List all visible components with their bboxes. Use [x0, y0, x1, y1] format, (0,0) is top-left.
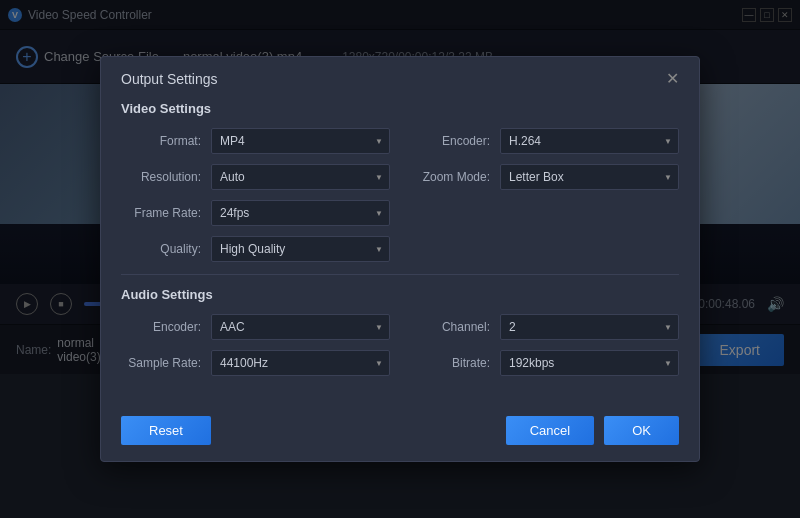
- format-row: Format: MP4MOVAVIMKV: [121, 128, 390, 154]
- modal-title: Output Settings: [121, 71, 218, 87]
- audio-section-title: Audio Settings: [121, 287, 679, 302]
- modal-overlay: Output Settings ✕ Video Settings Format:…: [0, 0, 800, 518]
- audio-encoder-row: Encoder: AACMP3AC3: [121, 314, 390, 340]
- encoder-row: Encoder: H.264H.265MPEG-4: [410, 128, 679, 154]
- zoom-mode-row: Zoom Mode: Letter BoxPan & ScanFull: [410, 164, 679, 190]
- resolution-select[interactable]: Auto1920x10801280x720: [211, 164, 390, 190]
- resolution-select-wrapper: Auto1920x10801280x720: [211, 164, 390, 190]
- quality-select[interactable]: High QualityStandardLow: [211, 236, 390, 262]
- bitrate-select-wrapper: 192kbps128kbps320kbps: [500, 350, 679, 376]
- quality-label: Quality:: [121, 242, 201, 256]
- reset-button[interactable]: Reset: [121, 416, 211, 445]
- encoder-select[interactable]: H.264H.265MPEG-4: [500, 128, 679, 154]
- frame-rate-row: Frame Rate: 24fps25fps30fps60fps: [121, 200, 390, 226]
- sample-rate-label: Sample Rate:: [121, 356, 201, 370]
- resolution-label: Resolution:: [121, 170, 201, 184]
- modal-header: Output Settings ✕: [101, 57, 699, 97]
- format-select-wrapper: MP4MOVAVIMKV: [211, 128, 390, 154]
- bitrate-select[interactable]: 192kbps128kbps320kbps: [500, 350, 679, 376]
- modal-body: Video Settings Format: MP4MOVAVIMKV Enco…: [101, 101, 699, 404]
- format-label: Format:: [121, 134, 201, 148]
- bitrate-label: Bitrate:: [410, 356, 490, 370]
- zoom-mode-select[interactable]: Letter BoxPan & ScanFull: [500, 164, 679, 190]
- channel-select-wrapper: 216: [500, 314, 679, 340]
- audio-encoder-select[interactable]: AACMP3AC3: [211, 314, 390, 340]
- audio-encoder-label: Encoder:: [121, 320, 201, 334]
- channel-row: Channel: 216: [410, 314, 679, 340]
- sample-rate-select-wrapper: 44100Hz22050Hz48000Hz: [211, 350, 390, 376]
- zoom-mode-label: Zoom Mode:: [410, 170, 490, 184]
- modal-close-button[interactable]: ✕: [666, 71, 679, 87]
- sample-rate-row: Sample Rate: 44100Hz22050Hz48000Hz: [121, 350, 390, 376]
- audio-settings-grid: Encoder: AACMP3AC3 Channel: 216: [121, 314, 679, 376]
- sample-rate-select[interactable]: 44100Hz22050Hz48000Hz: [211, 350, 390, 376]
- bitrate-row: Bitrate: 192kbps128kbps320kbps: [410, 350, 679, 376]
- video-section-title: Video Settings: [121, 101, 679, 116]
- modal-footer: Reset Cancel OK: [101, 404, 699, 461]
- channel-label: Channel:: [410, 320, 490, 334]
- quality-row: Quality: High QualityStandardLow: [121, 236, 390, 262]
- ok-button[interactable]: OK: [604, 416, 679, 445]
- frame-rate-label: Frame Rate:: [121, 206, 201, 220]
- encoder-label: Encoder:: [410, 134, 490, 148]
- cancel-button[interactable]: Cancel: [506, 416, 594, 445]
- encoder-select-wrapper: H.264H.265MPEG-4: [500, 128, 679, 154]
- divider: [121, 274, 679, 275]
- channel-select[interactable]: 216: [500, 314, 679, 340]
- video-settings-grid: Format: MP4MOVAVIMKV Encoder: H.264H.265…: [121, 128, 679, 262]
- frame-rate-select-wrapper: 24fps25fps30fps60fps: [211, 200, 390, 226]
- quality-select-wrapper: High QualityStandardLow: [211, 236, 390, 262]
- format-select[interactable]: MP4MOVAVIMKV: [211, 128, 390, 154]
- zoom-mode-select-wrapper: Letter BoxPan & ScanFull: [500, 164, 679, 190]
- audio-encoder-select-wrapper: AACMP3AC3: [211, 314, 390, 340]
- footer-right: Cancel OK: [506, 416, 679, 445]
- output-settings-modal: Output Settings ✕ Video Settings Format:…: [100, 56, 700, 462]
- resolution-row: Resolution: Auto1920x10801280x720: [121, 164, 390, 190]
- frame-rate-select[interactable]: 24fps25fps30fps60fps: [211, 200, 390, 226]
